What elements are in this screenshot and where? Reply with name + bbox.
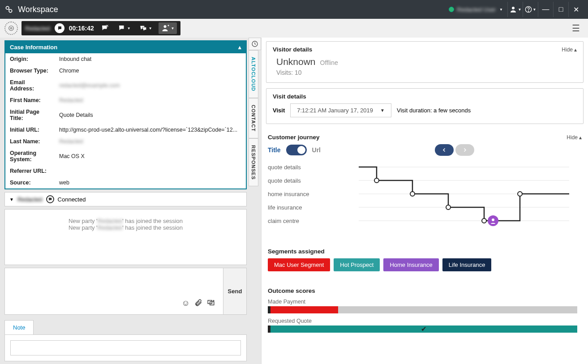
connection-icon: [46, 195, 54, 203]
chevron-down-icon: ▼: [9, 197, 14, 202]
case-row: Browser Type:Chrome: [5, 65, 246, 77]
presence-dot-icon: [449, 7, 454, 12]
section-title: Outcome scores: [268, 287, 315, 294]
outcome-bar: [268, 306, 577, 313]
menu-button[interactable]: ☰: [568, 23, 584, 34]
chat-action-2-button[interactable]: ▼: [137, 24, 154, 32]
note-textarea[interactable]: [10, 340, 241, 355]
close-button[interactable]: ✕: [568, 2, 584, 17]
svg-point-21: [482, 218, 486, 223]
svg-point-18: [374, 178, 379, 183]
hide-toggle[interactable]: Hide▴: [567, 134, 582, 141]
case-row: Operating System:Mac OS X: [5, 147, 246, 165]
check-icon: ✔: [421, 325, 427, 333]
outcome-label: Made Payment: [268, 299, 577, 305]
case-value: Chrome: [55, 65, 246, 77]
svg-point-22: [518, 192, 522, 196]
target-icon[interactable]: [4, 21, 18, 35]
chevron-down-icon: ▼: [380, 108, 385, 113]
case-value: Redacted: [55, 136, 246, 147]
customer-journey-section: Customer journey Hide▴ Title Url quote d…: [266, 129, 584, 238]
app-header: Workspace Redacted User ▼ ▼ ▼ — □ ✕: [0, 0, 588, 19]
end-chat-button[interactable]: [99, 24, 111, 32]
section-title: Visitor details: [273, 46, 312, 53]
journey-next-button[interactable]: [455, 144, 474, 156]
maximize-button[interactable]: □: [553, 2, 568, 17]
side-tabs: ALTOCLOUDCONTACTRESPONSES: [249, 38, 261, 364]
case-value: Mac OS X: [55, 147, 246, 165]
chat-contact-name: Redacted: [17, 196, 43, 203]
app-logo-icon: [4, 5, 13, 14]
case-info-header[interactable]: Case Information ▴: [5, 41, 246, 53]
note-tab[interactable]: Note: [4, 320, 34, 334]
case-row: Source:web: [5, 177, 246, 188]
right-column: Visitor details Hide▴ UnknownOffline Vis…: [261, 38, 588, 364]
chat-bubble-icon: [55, 23, 64, 33]
visit-duration: Visit duration: a few seconds: [397, 107, 471, 114]
outcome-row: Requested Quote ✔: [268, 318, 577, 333]
case-key: Source:: [5, 177, 55, 188]
user-status[interactable]: Redacted User ▼: [444, 4, 507, 15]
active-session-bar[interactable]: Redacted 00:16:42 ▼ ▼ ▼: [21, 21, 180, 35]
case-value: http://gmsc-prod-use2.alto-universal.com…: [55, 124, 246, 136]
journey-prev-button[interactable]: [435, 144, 454, 156]
outcome-label: Requested Quote: [268, 318, 577, 324]
visitor-details-section: Visitor details Hide▴ UnknownOffline Vis…: [266, 41, 584, 83]
visit-details-section: Visit details Visit 7:12:21 AM January 1…: [266, 88, 584, 124]
notes-panel: Note: [4, 320, 247, 361]
side-tab-contact[interactable]: CONTACT: [249, 98, 258, 138]
segment-badge[interactable]: Home Insurance: [383, 258, 438, 271]
case-info-table: Origin:Inbound chatBrowser Type:ChromeEm…: [5, 53, 246, 188]
visitor-status: Offline: [320, 59, 338, 66]
send-button[interactable]: Send: [223, 268, 246, 314]
journey-row-label: quote details: [268, 174, 346, 187]
attachment-icon[interactable]: [194, 299, 202, 309]
journey-line-chart: [346, 160, 582, 232]
case-key: Operating System:: [5, 147, 55, 165]
segment-badge[interactable]: Mac User Segment: [268, 258, 330, 271]
journey-row-label: life insurance: [268, 201, 346, 214]
segment-badge[interactable]: Life Insurance: [442, 258, 492, 271]
section-title: Segments assigned: [268, 248, 325, 255]
svg-point-2: [512, 7, 515, 9]
case-value: Redacted: [55, 94, 246, 106]
visit-count: Visits: 10: [276, 69, 577, 76]
emoji-icon[interactable]: ☺: [182, 299, 190, 309]
chat-input-area: ☺ Send: [4, 268, 247, 315]
side-tab-responses[interactable]: RESPONSES: [249, 138, 258, 186]
help-button[interactable]: ▼: [523, 2, 538, 17]
agent-icon-button[interactable]: ▼: [507, 2, 523, 17]
journey-title-label: Title: [268, 146, 281, 154]
segment-badge[interactable]: Hot Prospect: [334, 258, 380, 271]
case-key: Email Address:: [5, 77, 55, 94]
case-value: [55, 165, 246, 177]
chat-transcript: New party 'Redacted' has joined the sess…: [4, 209, 247, 265]
case-key: Browser Type:: [5, 65, 55, 77]
chat-status-bar[interactable]: ▼ Redacted Connected: [4, 192, 247, 206]
history-icon[interactable]: [249, 38, 261, 50]
case-row: Initial Page Title:Quote Details: [5, 106, 246, 124]
chat-input[interactable]: [8, 271, 220, 295]
svg-point-20: [446, 205, 451, 210]
main-area: Case Information ▴ Origin:Inbound chatBr…: [0, 38, 588, 364]
case-value: web: [55, 177, 246, 188]
chevron-up-icon: ▴: [579, 134, 582, 141]
svg-point-4: [528, 11, 528, 11]
outcome-row: Made Payment: [268, 299, 577, 313]
case-value: Quote Details: [55, 106, 246, 124]
left-column: Case Information ▴ Origin:Inbound chatBr…: [0, 38, 249, 364]
side-tab-altocloud[interactable]: ALTOCLOUD: [249, 50, 258, 98]
minimize-button[interactable]: —: [538, 2, 553, 17]
visitor-name: UnknownOffline: [276, 56, 577, 67]
svg-point-1: [9, 9, 12, 13]
case-row: Initial URL:http://gmsc-prod-use2.alto-u…: [5, 124, 246, 136]
cobrowse-icon[interactable]: [207, 299, 215, 309]
title-url-toggle[interactable]: [286, 145, 307, 155]
session-timer: 00:16:42: [69, 25, 94, 32]
chat-action-1-button[interactable]: ▼: [116, 24, 133, 32]
journey-row-label: claim centre: [268, 214, 346, 227]
transfer-button[interactable]: ▼: [159, 22, 177, 34]
hide-toggle[interactable]: Hide▴: [562, 47, 577, 53]
svg-point-9: [163, 25, 166, 28]
visit-dropdown[interactable]: 7:12:21 AM January 17, 2019 ▼: [290, 103, 391, 117]
